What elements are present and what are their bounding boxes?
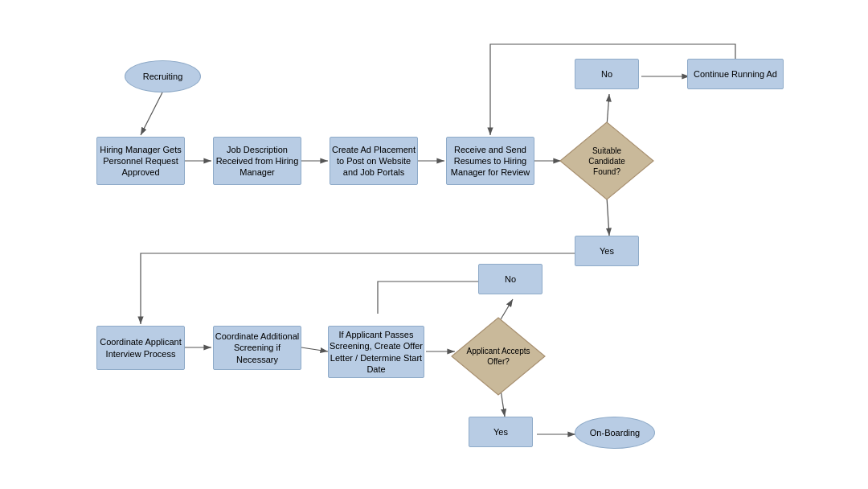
svg-line-10 <box>301 347 328 351</box>
continue-running-node: Continue Running Ad <box>687 59 784 89</box>
coordinate-additional-label: Coordinate Additional Screening if Neces… <box>214 331 301 365</box>
job-description-node: Job Description Received from Hiring Man… <box>213 137 301 185</box>
continue-running-label: Continue Running Ad <box>694 68 777 80</box>
no-top-label: No <box>601 68 612 80</box>
applicant-accepts-label: Applicant Accepts Offer? <box>466 346 530 367</box>
if-applicant-node: If Applicant Passes Screening, Create Of… <box>328 326 424 378</box>
yes-bottom-label: Yes <box>493 426 508 438</box>
receive-send-label: Receive and Send Resumes to Hiring Manag… <box>447 144 534 179</box>
applicant-accepts-diamond-node: Applicant Accepts Offer? <box>450 316 547 397</box>
recruiting-node: Recruiting <box>125 60 201 92</box>
coordinate-interview-label: Coordinate Applicant Interview Process <box>97 336 184 360</box>
recruiting-label: Recruiting <box>143 71 183 82</box>
svg-line-8 <box>607 197 609 236</box>
suitable-diamond-node: Suitable Candidate Found? <box>559 121 655 201</box>
suitable-label: Suitable Candidate Found? <box>575 146 639 177</box>
flowchart: Recruiting Hiring Manager Gets Personnel… <box>0 0 868 489</box>
coordinate-additional-node: Coordinate Additional Screening if Neces… <box>213 326 301 370</box>
yes-bottom-node: Yes <box>469 417 533 447</box>
onboarding-node: On-Boarding <box>575 417 655 449</box>
no-middle-node: No <box>478 264 542 294</box>
receive-send-node: Receive and Send Resumes to Hiring Manag… <box>446 137 534 185</box>
yes-middle-label: Yes <box>600 245 614 257</box>
hiring-manager-gets-node: Hiring Manager Gets Personnel Request Ap… <box>96 137 185 185</box>
job-description-label: Job Description Received from Hiring Man… <box>214 144 301 179</box>
create-ad-node: Create Ad Placement to Post on Website a… <box>330 137 418 185</box>
no-middle-label: No <box>505 273 516 285</box>
create-ad-label: Create Ad Placement to Post on Website a… <box>330 144 417 179</box>
if-applicant-label: If Applicant Passes Screening, Create Of… <box>329 329 424 375</box>
yes-middle-node: Yes <box>575 236 639 266</box>
coordinate-interview-node: Coordinate Applicant Interview Process <box>96 326 185 370</box>
no-top-node: No <box>575 59 639 89</box>
onboarding-label: On-Boarding <box>590 427 640 438</box>
hiring-manager-gets-label: Hiring Manager Gets Personnel Request Ap… <box>97 144 184 179</box>
svg-line-1 <box>141 92 162 135</box>
